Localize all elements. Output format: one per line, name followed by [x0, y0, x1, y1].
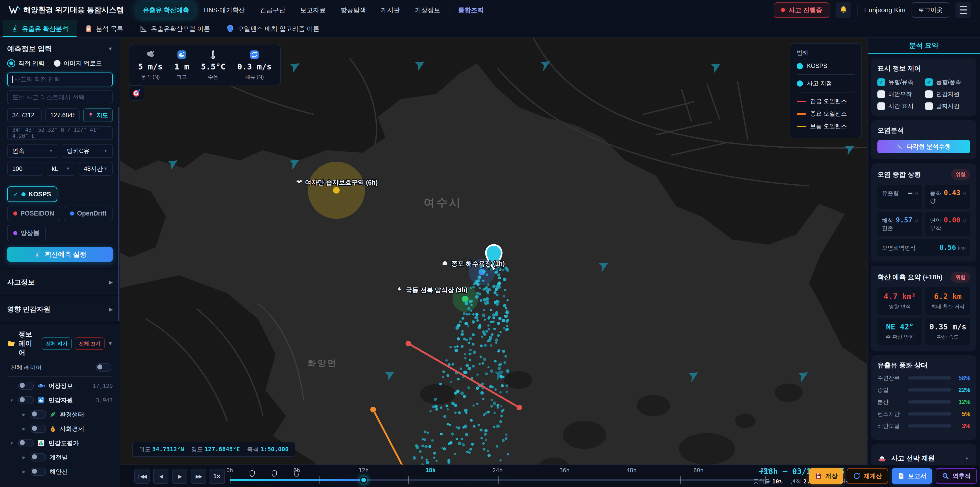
layer-group-row: ▼민감도평가 [7, 436, 113, 450]
tab-2[interactable]: 분석 목록 [76, 20, 131, 37]
model-chip-앙상블[interactable]: 앙상블 [7, 225, 46, 241]
spill-type-select[interactable]: 연속▼ [7, 144, 58, 158]
display-option-유향/유속[interactable]: ✓유향/유속 [877, 78, 923, 86]
notifications-button[interactable] [835, 2, 851, 18]
layer-child-row: ▶환경생태 [7, 407, 113, 422]
fence-event-marker-icon[interactable] [294, 470, 299, 477]
nav-item-6[interactable]: 게시판 [375, 2, 406, 18]
timeline-tick-0h[interactable]: 0h [226, 467, 233, 473]
unit-select[interactable]: kL▼ [47, 162, 75, 176]
chevron-down-icon: ▼ [103, 166, 108, 171]
header-divider-2 [858, 5, 858, 15]
incident-name-input[interactable]: 사고명 직접 입력 [7, 72, 113, 86]
model-chip-POSEIDON[interactable]: POSEIDON [7, 206, 60, 221]
weather-value: 5 m/s [138, 62, 162, 72]
sidebar-scrollbar[interactable] [118, 107, 119, 321]
oil-type-select[interactable]: 벙커C유▼ [62, 144, 113, 158]
tab-3[interactable]: 유출유확산모델 이론 [131, 20, 218, 37]
child-caret-icon[interactable]: ▶ [21, 469, 27, 474]
duration-select[interactable]: 48시간▼ [79, 162, 113, 176]
logout-button[interactable]: 로그아웃 [912, 2, 950, 18]
run-prediction-button[interactable]: 확산예측 실행 [7, 247, 113, 262]
display-option-날짜시간[interactable]: 날짜시간 [925, 102, 970, 110]
action-저장-button[interactable]: 저장 [809, 468, 843, 484]
fast-forward-button[interactable]: ▶▶ [191, 469, 206, 484]
longitude-field[interactable] [45, 108, 80, 122]
nav-item-1[interactable]: 유출유 확산예측 [137, 2, 195, 18]
model-chip-OpenDrift[interactable]: OpenDrift [64, 206, 113, 221]
polygon-analysis-button[interactable]: 다각형 분석수행 [877, 140, 970, 153]
latitude-field[interactable] [7, 108, 41, 122]
timeline-tick-18h[interactable]: 18h [425, 467, 436, 473]
display-option-해안부착[interactable]: 해안부착 [877, 90, 923, 98]
child-caret-icon[interactable]: ▶ [21, 412, 27, 417]
timeline-tick-36h[interactable]: 36h [559, 467, 570, 473]
timeline-thumb[interactable] [360, 477, 367, 484]
display-option-민감자원[interactable]: 민감자원 [925, 90, 970, 98]
collapse-caret-icon[interactable]: ▼ [108, 341, 113, 346]
recenter-button[interactable] [129, 85, 144, 101]
incident-list-input[interactable]: 또는 사고 리스트에서 선택 [7, 90, 113, 104]
layer-toggle[interactable] [30, 453, 46, 461]
menu-button[interactable] [956, 2, 971, 18]
nav-item-7[interactable]: 기상정보 [409, 2, 446, 18]
tab-1[interactable]: 유출유 확산분석 [3, 20, 76, 37]
master-layer-toggle[interactable] [96, 363, 111, 372]
layer-toggle[interactable] [18, 439, 34, 447]
sidebar-section-incident-info[interactable]: 사고정보 ▶ [0, 270, 120, 295]
input-mode-radio-2[interactable]: 이미지 업로드 [54, 59, 102, 67]
weathering-bar-row: 분산12% [877, 398, 970, 406]
fence-event-marker-icon[interactable] [272, 470, 277, 477]
pick-on-map-button[interactable]: 지도 [83, 108, 113, 122]
layer-toggle[interactable] [18, 382, 34, 390]
action-역추적-button[interactable]: 역추적 [935, 468, 977, 484]
weathering-bar-row: 펜스차단5% [877, 410, 970, 418]
display-option-풍향/풍속[interactable]: ✓풍향/풍속 [925, 78, 970, 86]
collapse-caret-icon[interactable]: ▼ [108, 46, 113, 52]
timeline-tick-24h[interactable]: 24h [493, 467, 503, 473]
layer-toggle[interactable] [18, 396, 34, 404]
layer-toggle[interactable] [30, 468, 46, 476]
pollution-analysis-card: 오염분석다각형 분석수행 [871, 120, 977, 159]
group-caret-icon[interactable]: ▼ [9, 441, 15, 445]
action-재계산-button[interactable]: 재계산 [847, 468, 888, 484]
skip-start-button[interactable]: ◀◀ [134, 469, 150, 484]
sidebar-section-sensitive-resources[interactable]: 영향 민감자원 ▶ [0, 297, 120, 322]
pollution-stat: 연안부착0.00kl [925, 212, 970, 236]
nav-divider [449, 5, 449, 15]
timeline-track[interactable] [230, 479, 765, 481]
group-caret-icon[interactable]: ▼ [9, 398, 15, 402]
nav-item-8[interactable]: 통합조회 [452, 2, 490, 18]
layer-group-row: 어장정보17,129 [7, 379, 113, 393]
timeline-tick-60h[interactable]: 60h [694, 467, 703, 473]
map-place-label: 여수시 [424, 196, 462, 209]
child-caret-icon[interactable]: ▶ [21, 455, 27, 460]
display-option-시간 표시[interactable]: 시간 표시 [877, 102, 923, 110]
nav-item-4[interactable]: 보고자료 [294, 2, 332, 18]
collapsed-card-1[interactable]: 사고 선박 제원▸ [871, 444, 977, 465]
action-보고서-button[interactable]: 보고서 [892, 468, 932, 484]
all-layers-on-button[interactable]: 전체 켜기 [41, 337, 72, 350]
child-caret-icon[interactable]: ▶ [21, 426, 27, 431]
legend-line-icon [797, 126, 806, 127]
weather-stat: 0.3 m/s해류 (N) [237, 49, 272, 80]
playback-speed-button[interactable]: 1× [209, 469, 224, 484]
timeline-tick-48h[interactable]: 48h [627, 467, 637, 473]
step-back-button[interactable]: ◀ [153, 469, 169, 484]
timeline-tick-12h[interactable]: 12h [359, 467, 369, 473]
all-layers-off-button[interactable]: 전체 끄기 [75, 337, 105, 350]
layer-toggle[interactable] [30, 425, 46, 433]
nav-item-2[interactable]: HNS·대기확산 [198, 2, 251, 18]
amount-field[interactable] [7, 162, 43, 176]
play-button[interactable]: ▶ [172, 469, 187, 484]
incident-name-placeholder: 사고명 직접 입력 [14, 75, 60, 83]
tab-4[interactable]: 오일펜스 배치 알고리즘 이론 [218, 20, 328, 37]
nav-item-3[interactable]: 긴급구난 [254, 2, 291, 18]
pollution-status-card: 오염 종합 상황위험유출량—kl풍화량0.43kl해상잔존9.57kl연안부착0… [871, 163, 977, 262]
layer-toggle[interactable] [30, 410, 46, 418]
map-canvas[interactable]: 여수시화양면여자만 습지보호구역 (6h)종포 해수욕장 (1h)국동 전복 양… [120, 38, 868, 487]
fence-event-marker-icon[interactable] [249, 470, 255, 477]
nav-item-5[interactable]: 항공탐색 [334, 2, 372, 18]
input-mode-radio-1[interactable]: 직접 입력 [7, 59, 45, 67]
model-chip-KOSPS[interactable]: ✓KOSPS [7, 187, 57, 202]
